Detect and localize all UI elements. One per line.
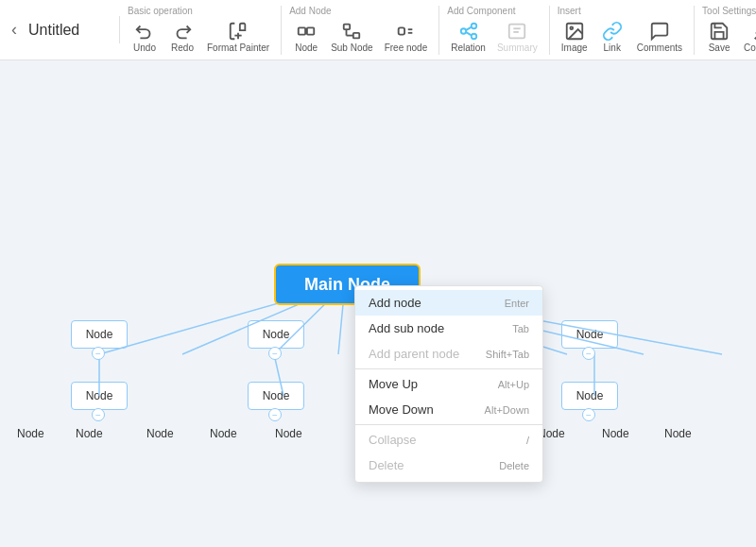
svg-point-11 (460, 28, 466, 34)
node-label-leaf: Node (210, 427, 237, 440)
node-icon (295, 20, 318, 43)
basic-operation-group: Basic operation Undo Redo Format Painter (120, 6, 282, 55)
sub-node-button[interactable]: Sub Node (327, 18, 376, 55)
ctx-add-sub-node-label: Add sub node (369, 321, 444, 335)
link-button[interactable]: Link (595, 18, 629, 55)
node-box-left-parent[interactable]: Node (71, 320, 128, 349)
save-label: Save (709, 43, 730, 53)
comments-button[interactable]: Comments (633, 18, 686, 55)
node-label: Node (86, 389, 113, 402)
ctx-collapse-label: Collapse (369, 433, 417, 447)
node-box[interactable]: Node (248, 382, 304, 410)
ctx-add-sub-node-shortcut: Tab (512, 323, 529, 334)
node-box-right-parent[interactable]: Node (561, 320, 618, 349)
ctx-add-node-shortcut: Enter (505, 298, 529, 309)
sub-node-label: Sub Node (331, 43, 372, 53)
toolbar-nav: ‹ Untitled (8, 16, 120, 43)
comments-label: Comments (637, 43, 682, 53)
collapse-dot[interactable]: − (268, 408, 282, 421)
free-node-icon (394, 20, 417, 43)
ctx-collapse[interactable]: Collapse / (355, 427, 542, 453)
add-node-group: Add Node Node Sub Node Free node (282, 6, 439, 55)
node-label-leaf: Node (76, 427, 103, 440)
format-painter-icon (227, 20, 249, 43)
relation-button[interactable]: Relation (447, 18, 490, 55)
collapse-dot[interactable]: − (268, 347, 282, 360)
ctx-add-parent-node[interactable]: Add parent node Shift+Tab (355, 341, 542, 367)
save-button[interactable]: Save (702, 18, 736, 55)
node-box-mid-parent[interactable]: Node (248, 320, 304, 349)
svg-line-15 (466, 32, 472, 35)
ctx-add-parent-node-shortcut: Shift+Tab (486, 349, 529, 360)
collapse-dot[interactable]: − (92, 408, 105, 421)
sub-node-icon (340, 20, 363, 43)
node-box[interactable]: Node (71, 382, 128, 410)
ctx-delete-label: Delete (369, 458, 404, 472)
ctx-move-down-shortcut: Alt+Down (485, 404, 529, 416)
image-button[interactable]: Image (558, 18, 592, 55)
summary-button[interactable]: Summary (493, 18, 541, 55)
node-label: Node (263, 328, 290, 341)
svg-rect-8 (399, 27, 404, 34)
node-box[interactable]: Node (561, 382, 618, 410)
basic-operation-label: Basic operation (128, 6, 193, 16)
comments-icon (648, 20, 671, 43)
free-node-button[interactable]: Free node (381, 18, 432, 55)
node-label-leaf: Node (275, 427, 302, 440)
ctx-move-up-label: Move Up (369, 377, 418, 391)
node-label: Node (576, 389, 604, 402)
redo-button[interactable]: Redo (165, 18, 199, 55)
basic-operation-buttons: Undo Redo Format Painter (128, 18, 273, 55)
svg-line-14 (466, 26, 472, 29)
ctx-delete-shortcut: Delete (499, 460, 529, 471)
add-node-buttons: Node Sub Node Free node (289, 18, 431, 55)
ctx-add-sub-node[interactable]: Add sub node Tab (355, 316, 542, 341)
insert-buttons: Image Link Comments (558, 18, 686, 55)
link-icon (601, 20, 624, 43)
add-component-group: Add Component Relation Summary (439, 6, 550, 55)
back-button[interactable]: ‹ (8, 16, 21, 43)
node-label-leaf: Node (17, 427, 44, 440)
undo-icon (133, 20, 156, 43)
summary-label: Summary (497, 43, 538, 53)
svg-point-20 (570, 26, 573, 29)
tool-settings-group: Tool Settings Save Collapse (695, 6, 756, 55)
ctx-move-up[interactable]: Move Up Alt+Up (355, 371, 542, 397)
collapse-dot[interactable]: − (582, 347, 595, 360)
collapse-icon (751, 20, 756, 43)
format-painter-button[interactable]: Format Painter (203, 18, 273, 55)
ctx-move-up-shortcut: Alt+Up (498, 379, 529, 390)
ctx-collapse-shortcut: / (526, 435, 529, 446)
collapse-dot[interactable]: − (92, 347, 105, 360)
collapse-button[interactable]: Collapse (740, 18, 756, 55)
undo-label: Undo (133, 43, 156, 53)
ctx-divider-1 (355, 368, 542, 369)
node-label: Node (295, 43, 318, 53)
insert-label: Insert (558, 6, 581, 16)
free-node-label: Free node (385, 43, 428, 53)
format-painter-label: Format Painter (207, 43, 269, 53)
image-icon (563, 20, 586, 43)
node-button[interactable]: Node (289, 18, 323, 55)
redo-label: Redo (171, 43, 194, 53)
redo-icon (171, 20, 194, 43)
collapse-dot[interactable]: − (582, 408, 595, 421)
node-label: Node (263, 389, 290, 402)
ctx-add-node-label: Add node (369, 296, 421, 310)
ctx-move-down-label: Move Down (369, 402, 434, 417)
add-node-label: Add Node (289, 6, 331, 16)
svg-rect-3 (307, 27, 314, 34)
tool-settings-label: Tool Settings (702, 6, 756, 16)
svg-rect-4 (344, 24, 350, 29)
ctx-add-node[interactable]: Add node Enter (355, 290, 542, 316)
link-label: Link (604, 43, 621, 53)
ctx-delete[interactable]: Delete Delete (355, 453, 542, 478)
add-component-buttons: Relation Summary (447, 18, 541, 55)
add-component-label: Add Component (447, 6, 515, 16)
canvas: Main Node Node − Node − Node Node Node N… (0, 60, 756, 547)
ctx-move-down[interactable]: Move Down Alt+Down (355, 397, 542, 422)
context-menu: Add node Enter Add sub node Tab Add pare… (354, 285, 543, 483)
undo-button[interactable]: Undo (128, 18, 162, 55)
insert-group: Insert Image Link Comments (550, 6, 695, 55)
summary-icon (506, 20, 528, 43)
